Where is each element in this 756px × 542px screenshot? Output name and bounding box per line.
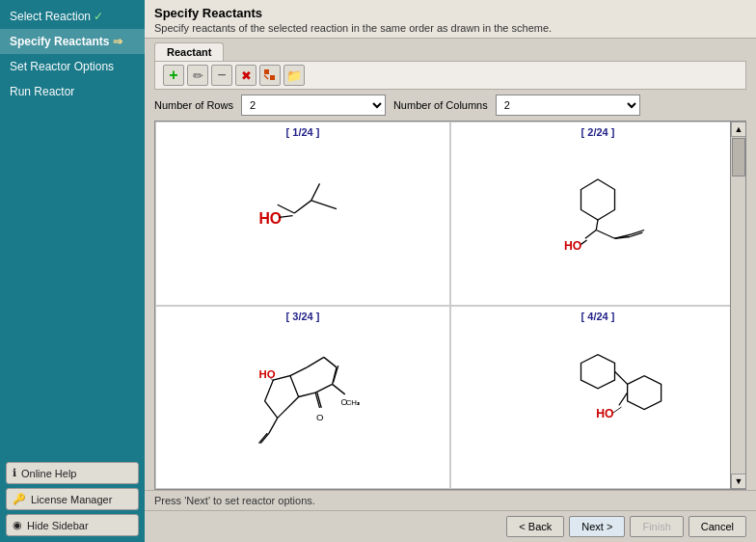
- folder-button[interactable]: 📁: [284, 65, 305, 86]
- add-button[interactable]: +: [163, 65, 184, 86]
- arrow-icon: ⇒: [113, 35, 122, 48]
- svg-text:HO: HO: [259, 369, 276, 381]
- sidebar-item-run-reactor[interactable]: Run Reactor: [0, 79, 145, 104]
- cell-4-label: [ 4/24 ]: [581, 311, 615, 322]
- sidebar-item-specify-reactants[interactable]: Specify Reactants ⇒: [0, 29, 145, 54]
- status-text: Press 'Next' to set reactor options.: [154, 495, 315, 506]
- hide-sidebar-label: Hide Sidebar: [27, 520, 89, 531]
- svg-line-36: [259, 433, 268, 444]
- svg-line-4: [311, 201, 337, 209]
- edit-button[interactable]: ✏: [187, 65, 208, 86]
- svg-line-39: [615, 372, 628, 385]
- sidebar-nav: Select Reaction ✓ Specify Reactants ⇒ Se…: [0, 0, 145, 456]
- svg-marker-38: [581, 355, 615, 389]
- tab-label: Reactant: [167, 46, 211, 58]
- svg-line-2: [264, 75, 268, 79]
- svg-line-25: [307, 358, 324, 368]
- svg-line-41: [619, 393, 628, 405]
- cancel-button[interactable]: Cancel: [688, 516, 746, 537]
- status-bar: Press 'Next' to set reactor options.: [145, 490, 756, 510]
- rows-select[interactable]: 2 1 3 4: [241, 95, 386, 116]
- key-icon: 🔑: [13, 493, 26, 505]
- sidebar-item-label: Run Reactor: [10, 85, 74, 98]
- sidebar-item-set-reactor-options[interactable]: Set Reactor Options: [0, 54, 145, 79]
- cell-2-label: [ 2/24 ]: [581, 126, 615, 138]
- sidebar-item-select-reaction[interactable]: Select Reaction ✓: [0, 4, 145, 29]
- finish-label: Finish: [642, 521, 670, 532]
- toolbar: + ✏ − ✖ 📁: [154, 61, 746, 90]
- molecule-1-svg: HO: [235, 160, 370, 266]
- online-help-button[interactable]: ℹ Online Help: [6, 462, 139, 484]
- cols-select[interactable]: 2 1 3 4: [496, 95, 640, 116]
- svg-line-37: [260, 433, 269, 444]
- svg-rect-1: [270, 75, 275, 80]
- svg-line-21: [290, 367, 308, 376]
- cols-label: Number of Columns: [393, 99, 488, 111]
- license-manager-button[interactable]: 🔑 License Manager: [6, 488, 139, 510]
- sidebar: Select Reaction ✓ Specify Reactants ⇒ Se…: [0, 0, 145, 542]
- molecule-4-svg: HO: [530, 341, 665, 452]
- next-label: Next >: [581, 521, 612, 532]
- scroll-down-button[interactable]: ▼: [731, 474, 746, 489]
- cell-3-label: [ 3/24 ]: [286, 311, 320, 322]
- svg-marker-19: [265, 376, 299, 419]
- check-icon: ✓: [94, 10, 103, 23]
- svg-marker-9: [581, 179, 615, 220]
- delete-button[interactable]: ✖: [235, 65, 256, 86]
- scroll-track: [731, 137, 745, 474]
- svg-line-13: [581, 240, 587, 244]
- svg-text:HO: HO: [564, 239, 582, 253]
- scroll-up-button[interactable]: ▲: [731, 122, 746, 137]
- bottom-bar: < Back Next > Finish Cancel: [145, 510, 756, 542]
- molecule-2-svg: HO: [530, 160, 665, 266]
- tab-reactant[interactable]: Reactant: [154, 42, 224, 61]
- next-button[interactable]: Next >: [569, 516, 625, 537]
- sidebar-toggle-icon: ◉: [13, 519, 22, 531]
- rows-label: Number of Rows: [154, 99, 233, 111]
- svg-text:CH₃: CH₃: [346, 399, 360, 408]
- svg-text:HO: HO: [596, 408, 614, 421]
- sidebar-item-label: Set Reactor Options: [10, 60, 114, 73]
- license-manager-label: License Manager: [31, 494, 112, 505]
- svg-text:HO: HO: [259, 210, 283, 227]
- svg-line-11: [585, 230, 596, 239]
- svg-rect-0: [264, 69, 269, 74]
- svg-marker-40: [628, 376, 662, 410]
- svg-line-24: [324, 358, 337, 368]
- sidebar-bottom: ℹ Online Help 🔑 License Manager ◉ Hide S…: [0, 456, 145, 542]
- right-panel: Specify Reactants Specify reactants of t…: [145, 0, 756, 542]
- svg-line-20: [299, 393, 316, 396]
- cell-1-label: [ 1/24 ]: [286, 126, 320, 138]
- panel-subtitle: Specify reactants of the selected reacti…: [154, 22, 746, 34]
- svg-line-10: [596, 220, 598, 230]
- sidebar-item-label: Specify Reactants: [10, 35, 109, 48]
- svg-line-35: [269, 419, 278, 434]
- svg-line-43: [613, 407, 622, 413]
- online-help-label: Online Help: [21, 468, 76, 479]
- back-button[interactable]: < Back: [506, 516, 564, 537]
- dropdowns-row: Number of Rows 2 1 3 4 Number of Columns…: [145, 90, 756, 121]
- svg-line-30: [333, 385, 345, 395]
- grid-cell-3: [ 3/24 ]: [155, 306, 450, 490]
- molecule-3-svg: O O CH₃ HO: [235, 341, 370, 452]
- svg-line-14: [596, 230, 614, 239]
- grid-cell-2: [ 2/24 ] HO: [450, 122, 745, 306]
- panel-title: Specify Reactants: [154, 6, 746, 20]
- scroll-thumb[interactable]: [732, 138, 745, 176]
- remove-button[interactable]: −: [211, 65, 232, 86]
- cancel-label: Cancel: [701, 521, 734, 532]
- hide-sidebar-button[interactable]: ◉ Hide Sidebar: [6, 514, 139, 536]
- grid-cell-1: [ 1/24 ] HO: [155, 122, 450, 306]
- info-icon: ℹ: [13, 467, 16, 479]
- move-up-button[interactable]: [259, 65, 281, 86]
- molecule-grid: [ 1/24 ] HO [ 2/24 ]: [154, 121, 746, 490]
- svg-line-22: [315, 385, 333, 393]
- svg-text:O: O: [316, 412, 324, 422]
- scrollbar[interactable]: ▲ ▼: [730, 122, 745, 489]
- svg-line-5: [311, 184, 320, 202]
- svg-line-3: [294, 201, 311, 213]
- back-label: < Back: [519, 521, 552, 532]
- finish-button[interactable]: Finish: [630, 516, 683, 537]
- tabs-bar: Reactant: [145, 39, 756, 61]
- grid-cell-4: [ 4/24 ] HO: [450, 306, 745, 490]
